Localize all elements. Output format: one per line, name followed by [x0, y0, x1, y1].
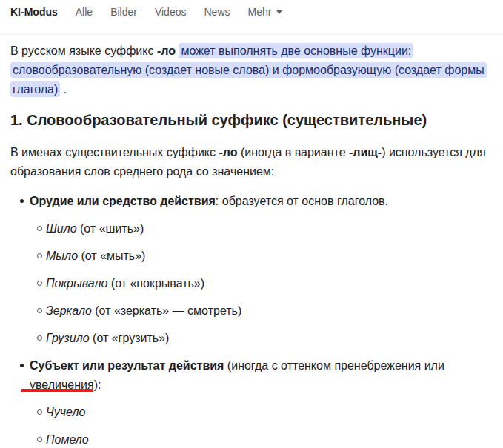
section-paragraph-bold1: -ло — [219, 146, 237, 158]
section-paragraph-part2: (иногда в варианте — [238, 146, 349, 158]
tab-videos[interactable]: Videos — [155, 4, 187, 19]
example-origin: (от «зеркать» — смотреть) — [92, 304, 241, 317]
sub-list-item: Чучело — [30, 403, 491, 422]
sub-list: Чучело Помело — [30, 403, 491, 448]
example-word: Чучело — [46, 406, 85, 418]
tab-alle[interactable]: Alle — [76, 4, 93, 19]
intro-paragraph: В русском языке суффикс -ло может выполн… — [10, 41, 491, 99]
example-word: Мыло — [46, 250, 78, 262]
sub-list: Шило (от «шить») Мыло (от «мыть») Покрыв… — [30, 219, 491, 348]
sub-list-item: Помело — [30, 430, 491, 448]
section-paragraph: В именах существительных суффикс -ло (ин… — [10, 143, 491, 181]
header-divider — [0, 34, 503, 35]
list-item-rest: : образуется от основ глаголов. — [216, 195, 388, 207]
ai-answer-content: В русском языке суффикс -ло может выполн… — [0, 41, 503, 448]
section-paragraph-part1: В именах существительных суффикс — [10, 146, 219, 158]
example-origin: (от «покрывать») — [107, 277, 204, 290]
example-word: Помело — [46, 433, 89, 446]
list-item-subject-meaning: Субъект или результат действия (иногда с… — [10, 356, 491, 448]
example-word: Грузило — [46, 332, 90, 344]
example-origin: (от «мыть») — [78, 250, 145, 262]
example-origin: (от «грузить») — [90, 332, 170, 344]
example-word: Покрывало — [46, 277, 107, 290]
list-item-bold: Субъект или результат действия — [30, 359, 224, 372]
example-origin: (от «шить») — [77, 222, 144, 235]
section-heading: 1. Словообразовательный суффикс (существ… — [10, 111, 491, 130]
intro-suffix-bold: -ло — [157, 44, 176, 57]
sub-list-item: Зеркало (от «зеркать» — смотреть) — [30, 301, 491, 321]
chevron-down-icon — [276, 10, 282, 14]
tab-mehr-label: Mehr — [248, 4, 272, 19]
sub-list-item: Мыло (от «мыть») — [30, 247, 491, 266]
bullet-list: Орудие или средство действия: образуется… — [10, 192, 491, 448]
example-word: Шило — [46, 222, 77, 235]
red-underline-annotation — [21, 389, 93, 392]
tab-bilder[interactable]: Bilder — [110, 4, 137, 19]
tab-mehr[interactable]: Mehr — [248, 4, 283, 19]
sub-list-item: Покрывало (от «покрывать») — [30, 274, 491, 293]
intro-period: . — [64, 83, 67, 96]
example-word: Зеркало — [46, 304, 92, 317]
intro-prefix: В русском языке суффикс — [10, 44, 157, 57]
sub-list-item: Шило (от «шить») — [30, 219, 491, 238]
list-item-tool-meaning: Орудие или средство действия: образуется… — [10, 192, 491, 348]
search-result-tabbar: KI-Modus Alle Bilder Videos News Mehr — [0, 0, 503, 34]
tab-news[interactable]: News — [204, 4, 230, 19]
tab-ki-modus[interactable]: KI-Modus — [10, 4, 58, 19]
sub-list-item: Грузило (от «грузить») — [30, 329, 491, 348]
section-paragraph-bold2: -лищ- — [349, 146, 382, 158]
list-item-bold: Орудие или средство действия — [30, 195, 216, 207]
